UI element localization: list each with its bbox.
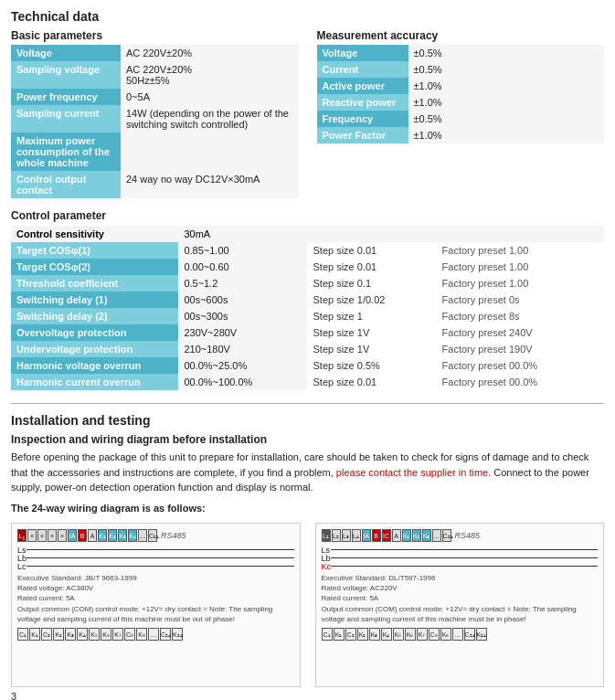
diagram-footer-left: Executive Standard: JB/T 9663-1999 Rated… — [17, 573, 294, 624]
param-value — [121, 133, 299, 171]
table-row: Control output contact 24 way no way DC1… — [11, 171, 299, 198]
wire-lines-right: Ls Lb Kc — [322, 546, 599, 569]
control-preset: Factory preset 00.0% — [437, 374, 604, 390]
table-row: Threshold coefficient 0.5~1.2 Step size … — [11, 275, 604, 292]
control-preset — [437, 226, 604, 242]
terminal-b: B — [372, 529, 381, 542]
param-value: AC 220V±20% — [121, 45, 299, 61]
terminal: K₂ — [412, 529, 421, 542]
wire-line: Kc — [322, 562, 599, 569]
control-step: Step size 1/0.02 — [307, 292, 436, 308]
bt: C₈ — [124, 628, 135, 641]
control-label: Overvoltage protection — [11, 324, 178, 341]
control-preset: Factory preset 8s — [437, 308, 604, 324]
wire-lines-left: Ls Lb Lc — [17, 546, 294, 569]
highlight-text: please contact the supplier in time. — [336, 467, 491, 478]
measurement-heading: Measurement accuracy — [317, 29, 605, 42]
section-divider — [11, 403, 604, 404]
param-label: Power frequency — [11, 89, 121, 105]
control-label: Target COSφ(1) — [11, 242, 178, 259]
basic-and-measurement: Basic parameters Voltage AC 220V±20% Sam… — [11, 29, 604, 198]
terminal: K₃ — [422, 529, 431, 542]
rs485-label: RS485 — [161, 531, 186, 540]
terminal-b: B — [78, 529, 87, 542]
measure-label: Frequency — [317, 111, 408, 127]
measure-label: Voltage — [317, 45, 408, 61]
measure-label: Power Factor — [317, 127, 408, 143]
control-range: 30mA — [178, 226, 307, 242]
terminal: × — [48, 529, 57, 542]
table-row: Power Factor ±1.0% — [317, 127, 605, 143]
table-row: Sampling voltage AC 220V±20%50Hz±5% — [11, 61, 299, 89]
table-row: Current ±0.5% — [317, 61, 605, 78]
control-label: Switching delay (1) — [11, 292, 178, 308]
measure-value: ±0.5% — [408, 45, 605, 61]
control-step: Step size 0.01 — [307, 374, 436, 390]
measure-value: ±1.0% — [408, 78, 605, 94]
bt: K₁ — [334, 628, 345, 641]
param-value: 24 way no way DC12V×30mA — [121, 171, 299, 198]
terminal: K₃ — [118, 529, 127, 542]
control-step: Step size 0.1 — [307, 275, 436, 292]
measure-value: ±0.5% — [408, 61, 605, 78]
bt: K₄ — [381, 628, 392, 641]
measure-label: Reactive power — [317, 94, 408, 111]
control-step: Step size 0.01 — [307, 259, 436, 275]
terminal: K₄ — [128, 529, 137, 542]
terminal-ic: IC — [382, 529, 391, 542]
terminal-block-left: L1 × × × × IA B A K₁ K₂ K₃ K₄ … C₂₄ — [17, 529, 157, 542]
measure-value: ±1.0% — [408, 94, 605, 111]
bt: … — [452, 628, 463, 641]
terminal: × — [58, 529, 67, 542]
measure-label: Current — [317, 61, 408, 78]
param-value: 0~5A — [121, 89, 299, 105]
param-label: Sampling voltage — [11, 61, 121, 89]
bt: K₂₄ — [476, 628, 487, 641]
terminal: L₃ — [342, 529, 351, 542]
bt: K₃ — [369, 628, 380, 641]
basic-params-block: Basic parameters Voltage AC 220V±20% Sam… — [11, 29, 299, 198]
table-row: Voltage AC 220V±20% — [11, 45, 299, 61]
bt: C₁ — [17, 628, 28, 641]
terminal: … — [138, 529, 147, 542]
table-row: Frequency ±0.5% — [317, 111, 605, 127]
control-preset: Factory preset 1.00 — [437, 242, 604, 259]
control-param-heading: Control parameter — [11, 209, 604, 222]
control-label: Threshold coefficient — [11, 275, 178, 292]
bt: … — [148, 628, 159, 641]
control-preset: Factory preset 0s — [437, 292, 604, 308]
control-range: 00s~300s — [178, 308, 307, 324]
control-param-table: Control sensitivity 30mA Target COSφ(1) … — [11, 226, 604, 390]
bt: K₃ — [65, 628, 76, 641]
table-row: Control sensitivity 30mA — [11, 226, 604, 242]
diagram-heading: The 24-way wiring diagram is as follows: — [11, 501, 604, 516]
bt: K₂ — [357, 628, 368, 641]
terminal: L₄ — [352, 529, 361, 542]
control-label: Target COSφ(2) — [11, 259, 178, 275]
bt: K₄ — [77, 628, 88, 641]
bt: C₂₄ — [464, 628, 475, 641]
control-preset: Factory preset 240V — [437, 324, 604, 341]
param-label: Control output contact — [11, 171, 121, 198]
param-label: Maximum power consumption of the whole m… — [11, 133, 121, 171]
terminal-block-right: L₁ L₂ L₃ L₄ IA B IC A K₁ K₂ K₃ … C₂₄ — [322, 529, 451, 542]
terminal: × — [37, 529, 47, 542]
bt: C₈ — [429, 628, 440, 641]
bt: K₈ — [136, 628, 147, 641]
diagram-footer-right: Executive Standard: DL/T597-1996 Rated v… — [322, 573, 599, 624]
control-range: 00s~600s — [178, 292, 307, 308]
control-preset: Factory preset 190V — [437, 341, 604, 357]
page-number: 3 — [11, 691, 604, 700]
terminal: … — [432, 529, 441, 542]
bt: K₇ — [417, 628, 428, 641]
diagram-right: L₁ L₂ L₃ L₄ IA B IC A K₁ K₂ K₃ … C₂₄ RS4… — [315, 523, 605, 687]
bt: K₇ — [112, 628, 123, 641]
measure-label: Active power — [317, 78, 408, 94]
wire-line: Lb — [322, 554, 599, 561]
control-range: 210~180V — [178, 341, 307, 357]
installation-section: Installation and testing Inspection and … — [11, 413, 604, 687]
table-row: Active power ±1.0% — [317, 78, 605, 94]
install-paragraph: Before opening the package of this unit … — [11, 450, 604, 495]
table-row: Switching delay (2) 00s~300s Step size 1… — [11, 308, 604, 324]
terminal: K₂ — [108, 529, 117, 542]
